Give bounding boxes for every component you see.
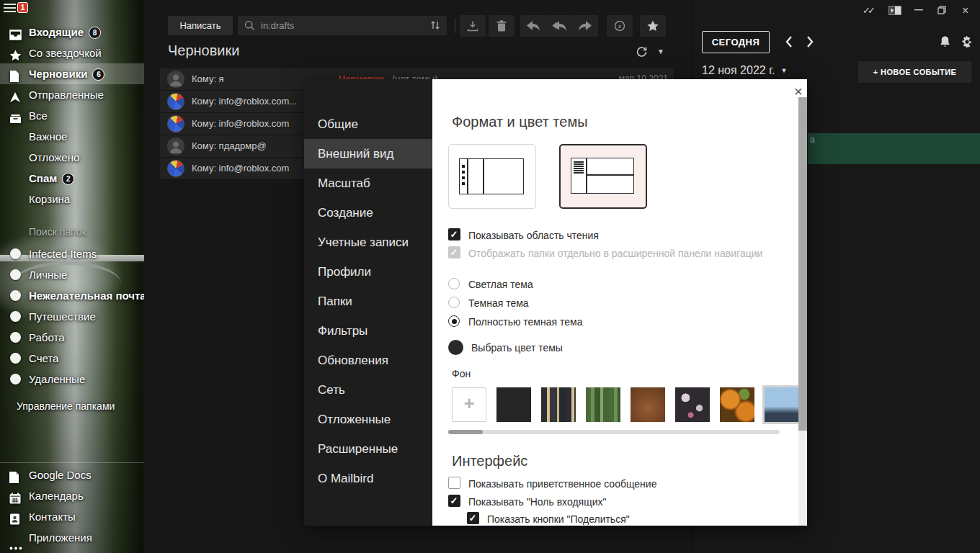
- sidebar-folder-Путешествие[interactable]: Путешествие: [0, 306, 144, 327]
- sidebar-item-Спам[interactable]: Спам2: [0, 168, 144, 189]
- sidebar-item-Отложено[interactable]: Отложено: [0, 147, 144, 168]
- theme-radio-Полностью темная тема[interactable]: [448, 315, 460, 327]
- vscrollbar-thumb[interactable]: [798, 97, 807, 431]
- sidebar-app-doc[interactable]: Google Docs: [0, 464, 144, 485]
- sidebar-item-Корзина[interactable]: Корзина: [0, 189, 144, 210]
- background-thumb-pumpkins[interactable]: [720, 387, 754, 422]
- gear-icon[interactable]: [961, 35, 974, 48]
- replyall-button[interactable]: [546, 15, 572, 37]
- background-thumbnails: [452, 387, 790, 423]
- settings-nav-Внешний вид[interactable]: Внешний вид: [304, 139, 432, 168]
- sidebar-folder-Удаленные[interactable]: Удаленные: [0, 369, 144, 390]
- search-sort-icon[interactable]: [429, 19, 441, 31]
- background-thumb-autumn-fog[interactable]: [631, 387, 665, 422]
- sidebar-folder-Нежелательная почта[interactable]: Нежелательная почта1: [0, 285, 144, 306]
- settings-nav-Масштаб[interactable]: Масштаб: [304, 168, 432, 198]
- background-thumb-add-background[interactable]: [452, 387, 486, 422]
- reading-pane-checkbox[interactable]: [448, 228, 460, 240]
- manage-folders-link[interactable]: Управление папками: [0, 396, 115, 417]
- layout-option-vertical[interactable]: [448, 144, 536, 209]
- folder-icon: [10, 311, 21, 322]
- inbox-icon: [9, 26, 22, 38]
- sidebar-item-label: Важное: [29, 130, 67, 143]
- settings-nav-Папки[interactable]: Папки: [304, 287, 432, 316]
- hscrollbar-thumb[interactable]: [448, 430, 483, 434]
- settings-nav-Учетные записи[interactable]: Учетные записи: [304, 228, 432, 257]
- background-hscrollbar[interactable]: [448, 430, 780, 434]
- background-thumb-green-forest[interactable]: [586, 387, 620, 422]
- sidebar-item-Важное[interactable]: Важное: [0, 126, 144, 147]
- sidebar-item-label: Все: [29, 109, 48, 122]
- dialog-vscrollbar[interactable]: [798, 97, 807, 526]
- layout-option-horizontal-selected[interactable]: [559, 144, 647, 209]
- sidebar-item-label: Корзина: [29, 193, 70, 205]
- refresh-icon[interactable]: [636, 45, 648, 58]
- theme-radio-Светлая тема[interactable]: [448, 278, 460, 289]
- sidebar-app-calendar[interactable]: 31Календарь: [0, 485, 144, 506]
- sidebar-item-Со звездочкой[interactable]: Со звездочкой: [0, 42, 144, 63]
- sidebar-app-contacts[interactable]: Контакты: [0, 506, 144, 527]
- folders-separately-checkbox[interactable]: [448, 246, 460, 258]
- new-event-button[interactable]: + НОВОЕ СОБЫТИЕ: [858, 61, 971, 83]
- calendar-event[interactable]: a: [808, 133, 980, 164]
- background-thumb-pixel-art[interactable]: [541, 387, 576, 422]
- settings-nav: ОбщиеВнешний видМасштабСозданиеУчетные з…: [304, 79, 432, 526]
- background-thumb-frost-flowers[interactable]: [675, 387, 710, 422]
- settings-nav-Общие[interactable]: Общие: [304, 109, 432, 139]
- sidebar-folder-Работа[interactable]: Работа: [0, 327, 144, 348]
- sidebar-app-dots[interactable]: Приложения: [0, 527, 144, 548]
- background-thumb-solid-dark[interactable]: [496, 387, 531, 422]
- settings-nav-Фильтры[interactable]: Фильтры: [304, 316, 432, 346]
- calendar-date-selector[interactable]: 12 ноя 2022 г.▼: [702, 64, 787, 77]
- archive-icon: [9, 109, 22, 122]
- sidebar-folder-Infected Items[interactable]: Infected Items: [0, 243, 144, 264]
- minimize-icon[interactable]: [914, 9, 923, 11]
- forward-button[interactable]: [572, 15, 598, 37]
- compose-button[interactable]: Написать: [168, 16, 233, 35]
- theme-radio-Темная тема[interactable]: [448, 297, 460, 308]
- sidebar-item-Входящие[interactable]: Входящие8: [0, 22, 144, 42]
- reply-button[interactable]: [520, 15, 546, 37]
- settings-nav-Сеть[interactable]: Сеть: [304, 375, 432, 405]
- share-buttons-checkbox[interactable]: [467, 512, 479, 524]
- list-options-caret[interactable]: ▼: [657, 48, 664, 55]
- settings-nav-Создание[interactable]: Создание: [304, 198, 432, 228]
- sidebar-item-Отправленные[interactable]: Отправленные: [0, 84, 144, 105]
- welcome-message-checkbox[interactable]: [448, 477, 460, 489]
- search-folders-link[interactable]: Поиск папок: [29, 226, 86, 238]
- toggle-panel-icon[interactable]: [888, 6, 901, 15]
- doc-icon: [9, 469, 22, 481]
- sidebar-item-Все[interactable]: Все: [0, 105, 144, 126]
- download-button[interactable]: [460, 15, 486, 37]
- background-thumb-night-bridge[interactable]: [765, 387, 799, 422]
- trash-button[interactable]: [489, 15, 514, 37]
- menu-icon[interactable]: [4, 4, 16, 13]
- settings-dialog: ОбщиеВнешний видМасштабСозданиеУчетные з…: [304, 79, 807, 526]
- sidebar-folder-Счета[interactable]: Счета: [0, 348, 144, 369]
- close-icon[interactable]: ×: [962, 4, 968, 17]
- settings-nav-Профили[interactable]: Профили: [304, 257, 432, 287]
- layout-preview-vertical: [459, 158, 524, 194]
- snooze-button[interactable]: z: [607, 15, 633, 37]
- sidebar-item-label: Со звездочкой: [29, 47, 102, 59]
- settings-nav-Обновления[interactable]: Обновления: [304, 346, 432, 375]
- next-day-icon[interactable]: [805, 35, 818, 49]
- starbtn-button[interactable]: [640, 15, 666, 37]
- settings-nav-О Mailbird[interactable]: О Mailbird: [304, 464, 432, 493]
- sidebar-item-label: Черновики: [29, 68, 87, 80]
- settings-nav-Отложенные[interactable]: Отложенные: [304, 405, 432, 434]
- prev-day-icon[interactable]: [784, 35, 797, 49]
- maximize-icon[interactable]: [937, 6, 946, 14]
- inbox-zero-label: Показывать "Ноль входящих": [468, 496, 606, 508]
- settings-nav-Расширенные[interactable]: Расширенные: [304, 434, 432, 464]
- mark-all-read-icon[interactable]: ✓✓: [863, 5, 873, 16]
- theme-color-swatch[interactable]: [448, 340, 463, 355]
- theme-radio-label: Темная тема: [468, 297, 529, 309]
- inbox-zero-checkbox[interactable]: [448, 495, 460, 507]
- search-input[interactable]: in:drafts: [238, 16, 447, 35]
- email-recipient: Кому: info@roblox.com: [192, 118, 289, 129]
- today-button[interactable]: СЕГОДНЯ: [702, 31, 770, 53]
- sidebar-item-Черновики[interactable]: Черновики6: [0, 63, 144, 84]
- sidebar-folder-Личные[interactable]: Личные: [0, 264, 144, 285]
- bell-icon[interactable]: [939, 35, 951, 48]
